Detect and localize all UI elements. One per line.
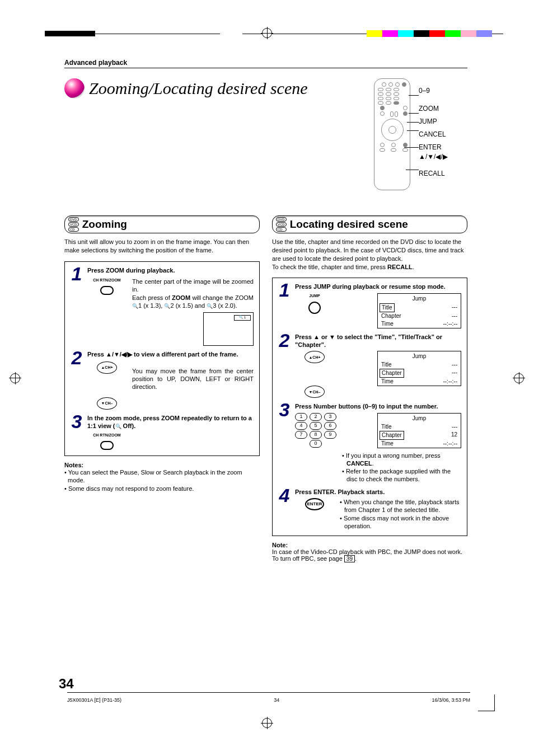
vcd-badge: VCD: [276, 222, 287, 227]
color-square: [476, 30, 492, 37]
leader-line: [409, 113, 419, 114]
text-column: The center part of the image will be zoo…: [132, 278, 254, 346]
magnify-icon: 🔍: [207, 303, 213, 309]
title-area: Zooming/Locating desired scene 0–9: [64, 78, 467, 193]
note-item: You can select the Pause, Slow or Search…: [64, 468, 260, 485]
step-body: Press ▲/▼/◀/▶ to view a different part o…: [87, 350, 254, 410]
step-title: In the zoom mode, press ZOOM repeatedly …: [87, 414, 254, 430]
disc-type-icons: DVD VCD CD: [68, 217, 79, 232]
color-square: [429, 30, 445, 37]
magnify-icon: 🔍: [115, 424, 121, 429]
footer-left: J5X00301A [E] (P31-35): [67, 697, 121, 703]
color-square: [382, 30, 398, 37]
zoom-button-icon: [100, 441, 114, 450]
decorative-orb-icon: [64, 78, 85, 98]
step-body: Press Number buttons (0–9) to input the …: [295, 402, 461, 483]
right-column: DVD VCD CD Locating desired scene Use th…: [272, 215, 467, 562]
crop-mark-icon: [478, 694, 495, 711]
step: 1 Press ZOOM during playback. CH RTN/ZOO…: [71, 266, 254, 346]
footer-center: 34: [274, 697, 279, 703]
button-label: CH RTN/ZOOM: [93, 278, 120, 283]
disc-type-icons: DVD VCD CD: [276, 217, 287, 232]
subheading-text: Zooming: [82, 218, 127, 231]
step-body: Press ENTER. Playback starts. ENTER When…: [295, 488, 461, 530]
step-content: CH RTN/ZOOM The center part of the image…: [87, 278, 254, 346]
zoom-indicator: 🔍 1: [234, 315, 251, 321]
color-square: [445, 30, 461, 37]
step-body: Press JUMP during playback or resume sto…: [295, 283, 461, 328]
color-square: [414, 30, 429, 37]
procedure-box: 1 Press ZOOM during playback. CH RTN/ZOO…: [64, 261, 260, 456]
step-title: Press JUMP during playback or resume sto…: [295, 283, 461, 290]
step: 3 Press Number buttons (0–9) to input th…: [278, 402, 461, 483]
icon-column: JUMP: [295, 293, 334, 314]
step-number: 2: [278, 333, 291, 398]
magnify-icon: 🔍: [164, 303, 170, 309]
page-number: 34: [59, 676, 74, 692]
up-button-icon: ▲CH+: [97, 361, 117, 374]
osd-display: Jump Title--- Chapter12 Time--:--:--: [377, 413, 461, 448]
up-button-icon: ▲CH+: [305, 351, 325, 363]
remote-labels: 0–9 ZOOM JUMP CANCEL ENTER ▲/▼/◀/▶ RECAL…: [419, 87, 448, 183]
notes-section: Notes: You can select the Pause, Slow or…: [64, 462, 260, 492]
remote-label: ENTER: [419, 144, 448, 151]
dvd-badge: DVD: [276, 217, 287, 222]
procedure-box: 1 Press JUMP during playback or resume s…: [272, 278, 467, 536]
remote-label: ZOOM: [419, 105, 448, 112]
step: 2 Press ▲ or ▼ to select the "Time", "Ti…: [278, 333, 461, 398]
down-button-icon: ▼CH–: [305, 386, 325, 398]
step-title: Press Number buttons (0–9) to input the …: [295, 402, 461, 410]
bullets: When you change the title, playback star…: [340, 498, 461, 530]
step-title: Press ZOOM during playback.: [87, 266, 254, 274]
page-title-text: Zooming/Locating desired scene: [89, 79, 308, 98]
screen-illustration: 🔍 1: [203, 312, 254, 346]
black-bar: [45, 31, 95, 36]
remote-label: RECALL: [419, 170, 448, 177]
rule-line: [492, 34, 503, 34]
step: 3 In the zoom mode, press ZOOM repeatedl…: [71, 414, 254, 450]
magnify-icon: 🔍: [132, 303, 138, 309]
section-header: Advanced playback: [64, 59, 467, 68]
remote-diagram: 0–9 ZOOM JUMP CANCEL ENTER ▲/▼/◀/▶ RECAL…: [364, 78, 467, 193]
color-square: [367, 30, 382, 37]
color-square: [398, 30, 414, 37]
page: Advanced playback Zooming/Locating desir…: [0, 0, 534, 756]
registration-mark-icon: [262, 718, 272, 728]
remote-label: 0–9: [419, 87, 448, 94]
bullet-item: If you input a wrong number, press CANCE…: [342, 452, 461, 468]
step: 1 Press JUMP during playback or resume s…: [278, 283, 461, 328]
zooming-heading: DVD VCD CD Zooming: [64, 215, 260, 233]
step-body: Press ZOOM during playback. CH RTN/ZOOM …: [87, 266, 254, 346]
rule-line: [242, 34, 367, 34]
leader-line: [407, 130, 419, 131]
bullet-item: When you change the title, playback star…: [340, 498, 461, 514]
step: 2 Press ▲/▼/◀/▶ to view a different part…: [71, 350, 254, 410]
cd-badge: CD: [276, 227, 287, 232]
note-title: Note:: [272, 542, 467, 548]
button-label: CH RTN/ZOOM: [93, 433, 120, 438]
remote-label: JUMP: [419, 118, 448, 125]
page-title: Zooming/Locating desired scene: [64, 78, 308, 98]
icon-column: ENTER: [295, 498, 334, 510]
enter-button-icon: ENTER: [305, 498, 324, 510]
button-label: JUMP: [309, 293, 320, 298]
step-number: 2: [71, 350, 83, 410]
leader-line: [406, 170, 419, 170]
registration-mark-icon: [514, 373, 524, 383]
leader-line: [409, 95, 419, 96]
note-text: In case of the Video-CD playback with PB…: [272, 548, 467, 562]
osd-display: Jump Title--- Chapter--- Time--:--:--: [377, 293, 461, 328]
content-area: Advanced playback Zooming/Locating desir…: [64, 59, 467, 562]
intro-text: This unit will allow you to zoom in on t…: [64, 238, 260, 255]
vcd-badge: VCD: [68, 222, 79, 227]
footer-right: 16/3/06, 3:53 PM: [432, 697, 470, 703]
subheading-text: Locating desired scene: [290, 218, 408, 231]
text-column: You may move the frame from the center p…: [132, 361, 254, 410]
remote-body-icon: [374, 78, 410, 190]
step-body: Press ▲ or ▼ to select the "Time", "Titl…: [295, 333, 461, 398]
icon-column: ▲CH+ ▼CH–: [87, 361, 127, 410]
step-number: 3: [71, 414, 83, 450]
locating-heading: DVD VCD CD Locating desired scene: [272, 215, 467, 233]
down-button-icon: ▼CH–: [97, 397, 117, 410]
dvd-badge: DVD: [68, 217, 79, 222]
